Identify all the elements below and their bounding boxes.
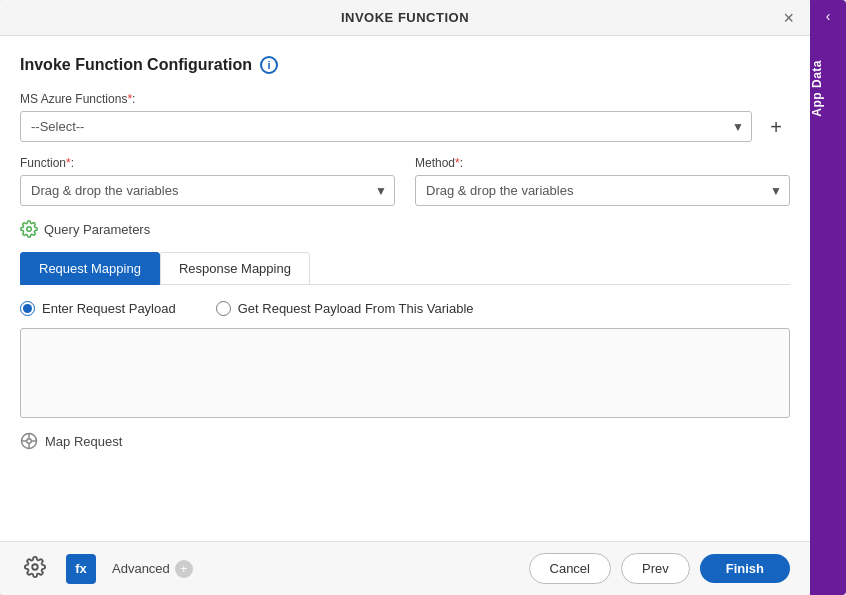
ms-azure-select-wrapper: --Select-- ▼ — [20, 111, 752, 142]
app-data-chevron-icon: ‹ — [826, 8, 831, 24]
fx-icon-button[interactable]: fx — [66, 554, 96, 584]
tab-response-mapping[interactable]: Response Mapping — [160, 252, 310, 285]
footer-actions: Cancel Prev Finish — [529, 553, 790, 584]
info-icon[interactable]: i — [260, 56, 278, 74]
add-azure-button[interactable]: + — [762, 113, 790, 141]
svg-point-7 — [32, 564, 38, 570]
method-field: Method*: Drag & drop the variables ▼ — [415, 156, 790, 206]
svg-point-2 — [27, 439, 32, 444]
modal-header: INVOKE FUNCTION × — [0, 0, 810, 36]
svg-point-0 — [27, 227, 32, 232]
settings-icon — [24, 556, 46, 578]
tabs-row: Request Mapping Response Mapping — [20, 252, 790, 285]
function-label: Function*: — [20, 156, 395, 170]
payload-textarea[interactable] — [20, 328, 790, 418]
advanced-label: Advanced — [112, 561, 170, 576]
radio-enter-payload[interactable]: Enter Request Payload — [20, 301, 176, 316]
settings-icon-button[interactable] — [20, 552, 50, 585]
prev-button[interactable]: Prev — [621, 553, 690, 584]
method-select[interactable]: Drag & drop the variables — [415, 175, 790, 206]
close-button[interactable]: × — [779, 7, 798, 29]
section-title-text: Invoke Function Configuration — [20, 56, 252, 74]
section-title-row: Invoke Function Configuration i — [20, 56, 790, 74]
app-data-tab[interactable]: App Data — [810, 50, 824, 127]
map-request-row[interactable]: Map Request — [20, 432, 790, 450]
ms-azure-label: MS Azure Functions*: — [20, 92, 790, 106]
radio-get-payload[interactable]: Get Request Payload From This Variable — [216, 301, 474, 316]
advanced-row[interactable]: Advanced + — [112, 560, 193, 578]
modal-body: Invoke Function Configuration i MS Azure… — [0, 36, 810, 541]
method-select-wrapper: Drag & drop the variables ▼ — [415, 175, 790, 206]
query-params-row[interactable]: Query Parameters — [20, 220, 790, 238]
query-params-label: Query Parameters — [44, 222, 150, 237]
map-request-label: Map Request — [45, 434, 122, 449]
ms-azure-field: MS Azure Functions*: --Select-- ▼ + — [20, 92, 790, 142]
ms-azure-select[interactable]: --Select-- — [20, 111, 752, 142]
function-method-row: Function*: Drag & drop the variables ▼ M… — [20, 156, 790, 220]
function-field: Function*: Drag & drop the variables ▼ — [20, 156, 395, 206]
function-select[interactable]: Drag & drop the variables — [20, 175, 395, 206]
tab-request-mapping[interactable]: Request Mapping — [20, 252, 160, 285]
modal-title: INVOKE FUNCTION — [341, 10, 469, 25]
radio-row: Enter Request Payload Get Request Payloa… — [20, 301, 790, 316]
app-data-panel[interactable]: ‹ App Data — [810, 0, 846, 595]
ms-azure-select-row: --Select-- ▼ + — [20, 111, 790, 142]
gear-icon — [20, 220, 38, 238]
footer-icons: fx Advanced + — [20, 552, 193, 585]
method-label: Method*: — [415, 156, 790, 170]
cancel-button[interactable]: Cancel — [529, 553, 611, 584]
modal-footer: fx Advanced + Cancel Prev Finish — [0, 541, 810, 595]
map-request-icon — [20, 432, 38, 450]
finish-button[interactable]: Finish — [700, 554, 790, 583]
advanced-plus-icon: + — [175, 560, 193, 578]
function-select-wrapper: Drag & drop the variables ▼ — [20, 175, 395, 206]
